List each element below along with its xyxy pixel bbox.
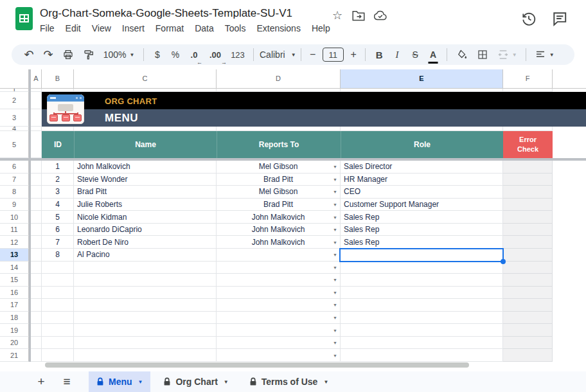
cell-role[interactable] [341, 262, 503, 274]
horizontal-align-button[interactable]: ▼ [531, 46, 558, 63]
cell-name[interactable]: Robert De Niro [74, 236, 217, 249]
row-header[interactable]: 17 [0, 299, 29, 312]
cell-name[interactable]: John Malkovich [74, 161, 217, 174]
row-header[interactable]: 3 [0, 109, 29, 127]
cell-id[interactable] [42, 312, 74, 325]
menu-help[interactable]: Help [312, 23, 330, 33]
merge-cells-button[interactable]: ▼ [493, 46, 521, 63]
redo-button[interactable]: ↷ [39, 46, 58, 63]
caret-down-icon[interactable]: ▼ [323, 379, 328, 385]
column-header-a[interactable]: A [31, 69, 42, 88]
row-header[interactable]: 12 [0, 236, 29, 249]
cell-reports-to[interactable]: John Malkovich▼ [217, 224, 341, 236]
cell-id[interactable] [42, 349, 74, 362]
cell-name[interactable]: Julie Roberts [74, 199, 217, 211]
cell-role[interactable] [341, 274, 503, 287]
sheet-tab-terms-of-use[interactable]: Terms of Use ▼ [242, 371, 337, 392]
cell-id[interactable] [42, 262, 74, 274]
borders-button[interactable] [472, 46, 493, 63]
format-percent-button[interactable]: % [166, 46, 184, 63]
row-header[interactable]: 5 [0, 131, 29, 158]
table-header-error-check[interactable]: Error Check [503, 131, 553, 158]
cell-id[interactable]: 6 [42, 224, 74, 236]
cell-reports-to[interactable]: John Malkovich▼ [217, 211, 341, 224]
cell-reports-to[interactable]: ▼ [217, 249, 341, 262]
row-header[interactable]: 15 [0, 274, 29, 287]
text-color-button[interactable]: A [424, 46, 442, 63]
cell-name[interactable]: Leonardo DiCaprio [74, 224, 217, 236]
menu-data[interactable]: Data [195, 23, 214, 33]
all-sheets-button[interactable]: ≡ [59, 374, 75, 389]
cell-role[interactable]: CEO [341, 186, 503, 199]
cell-name[interactable]: Brad Pitt [74, 186, 217, 199]
cell[interactable] [31, 287, 42, 299]
caret-down-icon[interactable]: ▼ [224, 379, 229, 385]
cell-role[interactable]: Sales Rep [341, 224, 503, 236]
table-header-role[interactable]: Role [341, 131, 503, 158]
sheet-tab-org-chart[interactable]: Org Chart ▼ [155, 371, 236, 392]
menu-insert[interactable]: Insert [122, 23, 145, 33]
menu-format[interactable]: Format [155, 23, 184, 33]
column-header-d[interactable]: D [217, 69, 341, 88]
comments-icon[interactable] [551, 10, 568, 27]
cell[interactable] [31, 299, 42, 312]
number-format-button[interactable]: 123 [227, 46, 249, 63]
cell[interactable] [31, 312, 42, 325]
font-family-select[interactable]: Calibri▼ [258, 46, 296, 63]
decrease-font-size-button[interactable]: − [306, 46, 320, 63]
cell[interactable] [31, 199, 42, 211]
cell-error-check[interactable] [503, 287, 553, 299]
dropdown-caret-icon[interactable]: ▼ [333, 215, 337, 219]
cell-reports-to[interactable]: Brad Pitt▼ [217, 174, 341, 186]
cell-reports-to[interactable]: ▼ [217, 312, 341, 325]
caret-down-icon[interactable]: ▼ [138, 379, 143, 385]
cell-error-check[interactable] [503, 186, 553, 199]
format-currency-button[interactable]: $ [148, 46, 166, 63]
cell[interactable] [31, 337, 42, 350]
cell-reports-to[interactable]: Mel Gibson▼ [217, 186, 341, 199]
font-size-input[interactable]: 11 [323, 48, 344, 62]
menu-tools[interactable]: Tools [225, 23, 246, 33]
cell-reports-to[interactable]: ▼ [217, 287, 341, 299]
star-icon[interactable]: ☆ [332, 9, 342, 22]
cell-error-check[interactable] [503, 274, 553, 287]
sheet-tab-menu[interactable]: Menu ▼ [89, 371, 150, 392]
cell-name[interactable] [74, 312, 217, 325]
cell-role[interactable]: Sales Director [341, 161, 503, 174]
row-header[interactable]: 11 [0, 224, 29, 236]
cell-id[interactable] [42, 299, 74, 312]
dropdown-caret-icon[interactable]: ▼ [333, 265, 337, 269]
dropdown-caret-icon[interactable]: ▼ [333, 177, 337, 181]
move-to-folder-icon[interactable] [352, 10, 365, 21]
cell-error-check[interactable] [503, 199, 553, 211]
row-header[interactable]: 18 [0, 312, 29, 325]
dropdown-caret-icon[interactable]: ▼ [333, 341, 337, 345]
cell-reports-to[interactable]: ▼ [217, 349, 341, 362]
row-header[interactable]: 10 [0, 211, 29, 224]
cell[interactable] [31, 224, 42, 236]
cell-error-check[interactable] [503, 299, 553, 312]
row-header[interactable]: 20 [0, 337, 29, 350]
org-chart-banner[interactable]: ORG CHART MENU [42, 92, 586, 127]
cell-id[interactable] [42, 324, 74, 337]
cell-error-check[interactable] [503, 249, 553, 262]
row-header[interactable]: 4 [0, 127, 29, 131]
dropdown-caret-icon[interactable]: ▼ [333, 227, 337, 232]
cell-reports-to[interactable]: ▼ [217, 337, 341, 350]
zoom-control[interactable]: 100%▼ [99, 46, 139, 63]
row-header[interactable]: 6 [0, 161, 29, 174]
cell-role[interactable]: HR Manager [341, 174, 503, 186]
undo-button[interactable]: ↶ [19, 46, 39, 63]
cell-role[interactable]: Sales Rep [341, 236, 503, 249]
menu-edit[interactable]: Edit [66, 23, 81, 33]
dropdown-caret-icon[interactable]: ▼ [333, 290, 337, 294]
cell-role[interactable]: Sales Rep [341, 211, 503, 224]
cell-name[interactable] [74, 324, 217, 337]
italic-button[interactable]: I [388, 46, 406, 63]
menu-extensions[interactable]: Extensions [256, 23, 300, 33]
cell[interactable] [31, 262, 42, 274]
row-header-selected[interactable]: 13 [0, 249, 29, 262]
cell-error-check[interactable] [503, 262, 553, 274]
cell-name[interactable] [74, 337, 217, 350]
cell-error-check[interactable] [503, 174, 553, 186]
